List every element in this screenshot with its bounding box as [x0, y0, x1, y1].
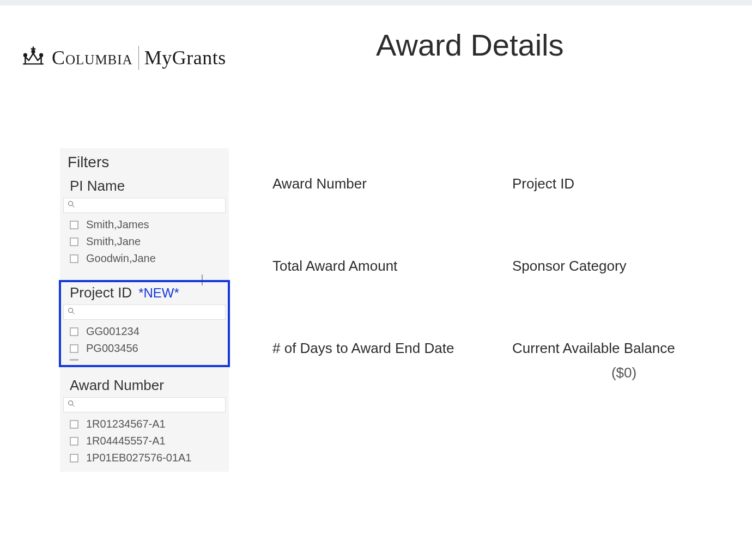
- list-item[interactable]: PG003456: [70, 340, 221, 357]
- header: Columbia MyGrants Award Details: [0, 5, 752, 72]
- checkbox-icon[interactable]: [70, 454, 78, 462]
- svg-point-5: [69, 308, 73, 313]
- filter-section-award-number: Award Number 1R01234567-A1 1R04445557-A1…: [60, 369, 229, 472]
- window-top-bar: [0, 0, 752, 5]
- detail-sponsor-category: Sponsor Category: [512, 258, 736, 275]
- detail-total-award-amount: Total Award Amount: [272, 258, 501, 275]
- filter-label-pi-name: PI Name: [70, 178, 125, 194]
- award-number-list: 1R01234567-A1 1R04445557-A1 1P01EB027576…: [60, 416, 229, 466]
- svg-point-1: [40, 54, 43, 57]
- checkbox-icon[interactable]: [70, 221, 78, 229]
- filter-label-project-id: Project ID: [70, 284, 132, 301]
- new-badge: *NEW*: [138, 285, 179, 301]
- search-input-project-id[interactable]: [78, 307, 222, 317]
- page-title: Award Details: [204, 27, 736, 63]
- detail-award-number: Award Number: [272, 175, 501, 192]
- search-icon: [67, 399, 76, 410]
- list-item[interactable]: 1R04445557-A1: [70, 433, 221, 449]
- list-item[interactable]: Smith,James: [70, 216, 221, 233]
- detail-current-balance: Current Available Balance ($0): [512, 340, 736, 381]
- svg-point-7: [69, 401, 73, 405]
- search-input-pi-name[interactable]: [78, 200, 222, 210]
- checkbox-icon[interactable]: [70, 420, 78, 429]
- checkbox-icon[interactable]: [70, 327, 78, 336]
- brand-logo: Columbia MyGrants: [19, 44, 226, 72]
- checkbox-icon[interactable]: [70, 437, 78, 446]
- filter-section-pi-name: PI Name Smith,James Smith,Jane Goodwin,J…: [60, 174, 229, 278]
- search-input-award-number[interactable]: [78, 400, 222, 410]
- filters-panel: Filters PI Name Smith,James Smith,Jane G…: [60, 148, 229, 472]
- current-balance-value: ($0): [512, 364, 736, 381]
- list-item[interactable]: GG001234: [70, 323, 221, 340]
- search-row-pi-name[interactable]: [63, 198, 226, 213]
- search-row-project-id[interactable]: [63, 305, 226, 320]
- search-icon: [67, 307, 76, 318]
- brand-separator: [138, 46, 139, 70]
- search-row-award-number[interactable]: [63, 397, 226, 412]
- pi-name-list: Smith,James Smith,Jane Goodwin,Jane: [60, 216, 229, 267]
- checkbox-icon[interactable]: [70, 238, 78, 246]
- search-icon: [67, 200, 76, 211]
- filters-title: Filters: [60, 148, 229, 174]
- project-id-list: GG001234 PG003456: [60, 323, 229, 357]
- svg-point-0: [24, 54, 27, 57]
- svg-line-4: [72, 205, 74, 207]
- svg-line-6: [72, 312, 74, 314]
- brand-name-main: Columbia: [52, 46, 133, 69]
- checkbox-icon[interactable]: [70, 254, 78, 263]
- filter-label-award-number: Award Number: [70, 377, 164, 394]
- crown-icon: [19, 44, 47, 72]
- list-item[interactable]: Smith,Jane: [70, 233, 221, 250]
- svg-point-3: [69, 202, 73, 206]
- filter-section-project-id: Project ID *NEW* GG001234 PG003456: [60, 281, 229, 366]
- checkbox-icon[interactable]: [70, 344, 78, 353]
- svg-line-8: [72, 405, 74, 406]
- list-item[interactable]: 1P01EB027576-01A1: [70, 449, 221, 466]
- list-item[interactable]: 1R01234567-A1: [70, 416, 221, 433]
- list-item[interactable]: Goodwin,Jane: [70, 250, 221, 267]
- detail-days-to-end: # of Days to Award End Date: [272, 340, 501, 381]
- details-grid: Award Number Project ID Total Award Amou…: [272, 148, 736, 472]
- detail-project-id: Project ID: [512, 175, 736, 192]
- partial-item-indicator: [70, 359, 78, 361]
